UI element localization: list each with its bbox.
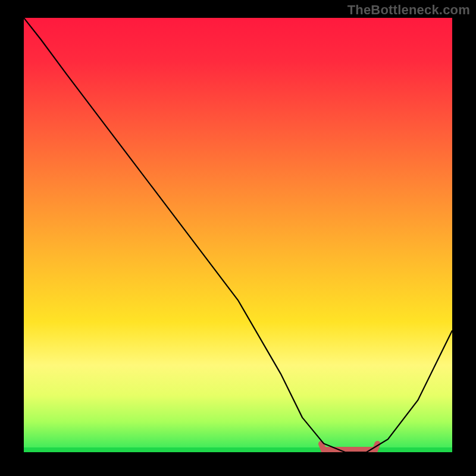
optimal-flat-segment (321, 444, 377, 450)
attribution-text: TheBottleneck.com (347, 2, 470, 18)
chart-frame: TheBottleneck.com (0, 0, 476, 476)
bottleneck-curve-line (24, 18, 452, 452)
chart-svg (24, 18, 452, 452)
